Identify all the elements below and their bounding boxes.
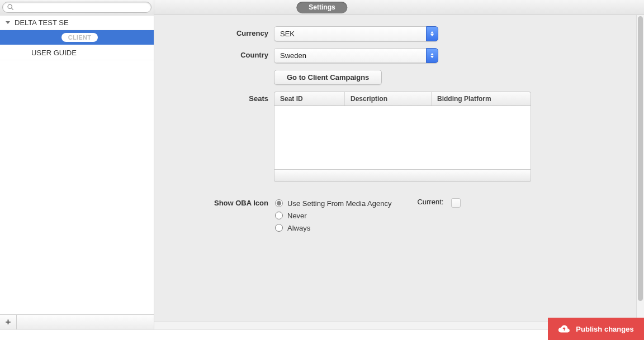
sidebar: DELTA TEST SE CLIENT USER GUIDE + <box>0 15 154 329</box>
seats-table: Seat ID Description Bidding Platform <box>274 92 531 182</box>
seats-label: Seats <box>168 92 274 103</box>
country-select[interactable]: Sweden <box>274 48 438 63</box>
col-description[interactable]: Description <box>345 92 432 106</box>
radio-use-setting-label: Use Setting From Media Agency <box>287 199 391 208</box>
publish-label: Publish changes <box>576 325 633 333</box>
tab-settings[interactable]: Settings <box>296 2 347 13</box>
row-currency: Currency SEK <box>168 26 623 41</box>
seats-body[interactable] <box>274 106 531 170</box>
client-chip: CLIENT <box>61 33 98 42</box>
seats-footer <box>274 170 531 182</box>
empty-label <box>168 70 274 73</box>
caret-down-icon <box>6 21 10 24</box>
vertical-scroll-thumb[interactable] <box>638 16 643 301</box>
search-input[interactable] <box>2 2 151 13</box>
goto-client-campaigns-button[interactable]: Go to Client Campaigns <box>274 70 382 85</box>
content-panel: Currency SEK Country Sweden <box>154 15 644 329</box>
cloud-upload-icon <box>558 324 570 333</box>
current-indicator <box>451 198 461 208</box>
col-seat-id[interactable]: Seat ID <box>274 92 345 106</box>
content-scroll: Currency SEK Country Sweden <box>154 15 636 322</box>
select-stepper-icon <box>426 26 438 41</box>
add-button[interactable]: + <box>0 315 17 330</box>
country-value: Sweden <box>274 48 426 63</box>
search-container <box>0 0 154 15</box>
oba-option-never[interactable]: Never <box>274 210 391 221</box>
country-label: Country <box>168 48 274 59</box>
currency-value: SEK <box>274 26 426 41</box>
oba-label: Show OBA Icon <box>168 198 274 207</box>
plus-icon: + <box>6 317 11 328</box>
radio-use-setting[interactable] <box>275 199 283 207</box>
current-label: Current: <box>417 198 443 206</box>
currency-select[interactable]: SEK <box>274 26 438 41</box>
radio-never-label: Never <box>287 212 307 220</box>
col-bidding-platform[interactable]: Bidding Platform <box>432 92 531 106</box>
tree-root-label: DELTA TEST SE <box>15 18 69 27</box>
select-stepper-icon <box>426 48 438 63</box>
sidebar-footer: + <box>0 314 154 329</box>
tree-item-user-guide[interactable]: USER GUIDE <box>0 45 154 60</box>
oba-option-use-setting[interactable]: Use Setting From Media Agency <box>274 198 391 209</box>
radio-always-label: Always <box>287 224 310 232</box>
publish-changes-button[interactable]: Publish changes <box>548 318 644 340</box>
tree: DELTA TEST SE CLIENT USER GUIDE <box>0 15 154 314</box>
oba-current: Current: <box>417 198 461 234</box>
top-bar: Settings <box>0 0 644 15</box>
row-country: Country Sweden <box>168 48 623 63</box>
row-goto: Go to Client Campaigns <box>168 70 623 85</box>
currency-label: Currency <box>168 26 274 37</box>
tree-item-client[interactable]: CLIENT <box>0 30 154 45</box>
row-oba: Show OBA Icon Use Setting From Media Age… <box>168 198 623 234</box>
radio-never[interactable] <box>275 212 283 219</box>
row-seats: Seats Seat ID Description Bidding Platfo… <box>168 92 623 182</box>
seats-header: Seat ID Description Bidding Platform <box>274 92 531 106</box>
tree-child-label: USER GUIDE <box>31 49 77 57</box>
radio-always[interactable] <box>275 224 283 232</box>
oba-radio-group: Use Setting From Media Agency Never Alwa… <box>274 198 391 234</box>
main-split: DELTA TEST SE CLIENT USER GUIDE + Curren… <box>0 15 644 329</box>
vertical-scrollbar[interactable] <box>636 15 644 322</box>
tree-root-item[interactable]: DELTA TEST SE <box>0 15 154 30</box>
oba-option-always[interactable]: Always <box>274 222 391 233</box>
